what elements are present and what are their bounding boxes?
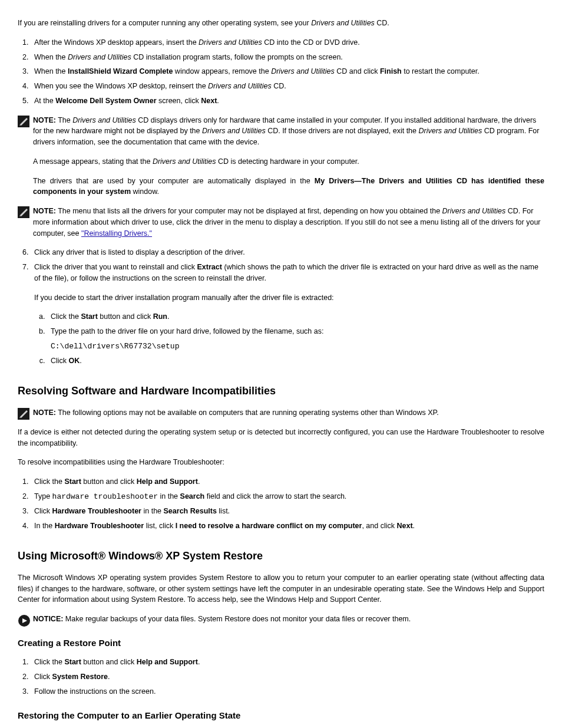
resolve-step-4: In the Hardware Troubleshooter list, cli… xyxy=(31,521,544,532)
substep-a: Click the Start button and click Run. xyxy=(47,311,544,322)
create-step-3: Follow the instructions on the screen. xyxy=(31,686,544,697)
restore-intro: The Microsoft Windows XP operating syste… xyxy=(18,572,544,605)
detecting-message: A message appears, stating that the Driv… xyxy=(18,156,544,167)
step-7-alt: If you decide to start the driver instal… xyxy=(18,292,544,304)
step-4: When you see the Windows XP desktop, rei… xyxy=(31,81,544,92)
step-5: At the Welcome Dell System Owner screen,… xyxy=(31,95,544,107)
create-restore-steps: Click the Start button and click Help an… xyxy=(18,657,544,697)
note-label: NOTE: xyxy=(33,207,56,215)
my-drivers-message: The drivers that are used by your comput… xyxy=(18,176,544,198)
step-2: When the Drivers and Utilities CD instal… xyxy=(31,52,544,63)
resolve-step-2: Type hardware troubleshooter in the Sear… xyxy=(31,491,544,503)
note-label: NOTE: xyxy=(33,116,56,124)
resolve-step-1: Click the Start button and click Help an… xyxy=(31,476,544,487)
heading-system-restore: Using Microsoft® Windows® XP System Rest… xyxy=(18,548,544,564)
note-1: NOTE: The Drivers and Utilities CD displ… xyxy=(18,115,544,148)
substep-b: Type the path to the driver file on your… xyxy=(47,326,544,352)
note-icon xyxy=(18,116,29,127)
note-icon xyxy=(18,206,29,218)
create-step-1: Click the Start button and click Help an… xyxy=(31,657,544,668)
note-label: NOTE: xyxy=(33,409,56,417)
heading-resolving: Resolving Software and Hardware Incompat… xyxy=(18,383,544,399)
reinstalling-drivers-link[interactable]: "Reinstalling Drivers." xyxy=(81,229,152,238)
create-step-2: Click System Restore. xyxy=(31,671,544,683)
notice-1: NOTICE: Make regular backups of your dat… xyxy=(18,614,544,625)
step-6: Click any driver that is listed to displ… xyxy=(31,247,544,258)
heading-create-restore-point: Creating a Restore Point xyxy=(18,637,544,650)
step-3: When the InstallShield Wizard Complete w… xyxy=(31,66,544,77)
drivers-steps-list: After the Windows XP desktop appears, in… xyxy=(18,37,544,107)
driver-path-example: C:\dell\drivers\R67732\setup xyxy=(51,341,544,353)
resolve-lead: To resolve incompatibilities using the H… xyxy=(18,457,544,468)
notice-icon xyxy=(18,614,31,627)
manual-install-substeps: Click the Start button and click Run. Ty… xyxy=(18,311,544,367)
step-1: After the Windows XP desktop appears, in… xyxy=(31,37,544,48)
drivers-steps-list-cont: Click any driver that is listed to displ… xyxy=(18,247,544,284)
substep-c: Click OK. xyxy=(47,355,544,367)
note-2: NOTE: The menu that lists all the driver… xyxy=(18,206,544,239)
heading-restore-earlier: Restoring the Computer to an Earlier Ope… xyxy=(18,709,544,723)
note-icon xyxy=(18,408,29,420)
resolve-steps: Click the Start button and click Help an… xyxy=(18,476,544,532)
intro-paragraph: If you are reinstalling drivers for a co… xyxy=(18,18,544,29)
notice-label: NOTICE: xyxy=(33,615,63,623)
note-3: NOTE: The following options may not be a… xyxy=(18,407,544,419)
step-7: Click the driver that you want to reinst… xyxy=(31,262,544,284)
resolve-intro: If a device is either not detected durin… xyxy=(18,427,544,449)
resolve-step-3: Click Hardware Troubleshooter in the Sea… xyxy=(31,506,544,517)
